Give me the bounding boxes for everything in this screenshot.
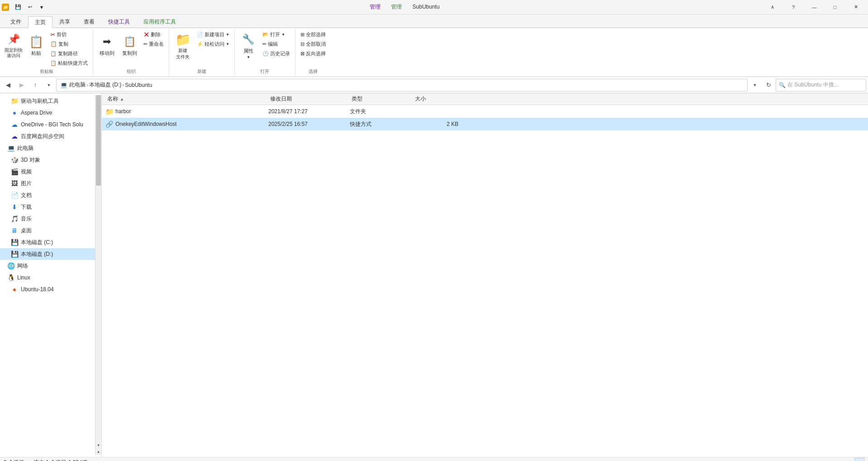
col-header-size[interactable]: 大小 (413, 93, 458, 105)
properties-btn[interactable]: 🔧 属性 ▼ (238, 30, 259, 62)
sidebar-item-baidu[interactable]: ☁ 百度网盘同步空间 (0, 130, 95, 142)
sidebar-scrollbar[interactable]: ▼ ▲ (95, 95, 101, 455)
close-btn[interactable]: ✕ (845, 0, 866, 14)
easy-access-label: 轻松访问 (205, 41, 224, 48)
file-row-onekey[interactable]: 🔗 OnekeyEditWindowsHost 2025/2/25 16:57 … (102, 118, 868, 130)
sidebar-item-pictures[interactable]: 🖼 图片 (0, 178, 95, 189)
sidebar-item-ubuntu[interactable]: ● Ubuntu-18.04 (0, 283, 95, 295)
sidebar-item-driver-tools[interactable]: 📁 驱动与刷机工具 (0, 95, 95, 107)
app-icon: 📁 (2, 4, 9, 11)
paste-btn[interactable]: 📋 粘贴 (25, 30, 47, 59)
new-folder-btn[interactable]: 📁 新建文件夹 (172, 30, 194, 62)
copy-to-btn[interactable]: 📋 复制到 (119, 30, 140, 59)
history-icon: 🕐 (262, 51, 269, 57)
ribbon-group-open: 🔧 属性 ▼ 📂 打开 ▼ ✏ 编辑 🕐 历史记录 打 (235, 29, 296, 76)
sidebar-item-aspera[interactable]: ● Aspera Drive (0, 107, 95, 119)
sidebar-item-onedrive[interactable]: ☁ OneDrive - BGI Tech Solu (0, 119, 95, 130)
cut-btn[interactable]: ✂ 剪切 (48, 30, 90, 39)
select-none-btn[interactable]: ⊟ 全部取消 (298, 39, 328, 48)
search-bar[interactable]: 🔍 在 SubUbuntu 中搜... (776, 79, 866, 91)
pin-btn[interactable]: 📌 固定到快速访问 (3, 30, 24, 61)
tab-file[interactable]: 文件 (4, 16, 28, 28)
up-btn[interactable]: ↑ (29, 79, 42, 91)
ribbon-group-organize: ➡ 移动到 📋 复制到 ✕ 删除 ✏ 重命名 组织 (93, 29, 169, 76)
minimize-btn[interactable]: — (804, 0, 825, 14)
file-date-harbor: 2021/8/27 17:27 (268, 108, 350, 115)
recent-locations-btn[interactable]: ▼ (43, 79, 55, 91)
copy-btn[interactable]: 📋 复制 (48, 39, 90, 48)
breadcrumb-computer[interactable]: 此电脑 (69, 81, 86, 89)
history-btn[interactable]: 🕐 历史记录 (260, 49, 292, 58)
sidebar-item-label: 下载 (21, 203, 32, 211)
col-date-label: 修改日期 (270, 95, 292, 103)
large-icons-view-btn[interactable]: ⊞ (854, 458, 864, 461)
breadcrumb-drive[interactable]: 本地磁盘 (D:) (89, 81, 121, 89)
tab-home[interactable]: 主页 (28, 16, 52, 28)
file-row-harbor[interactable]: 📁 harbor 2021/8/27 17:27 文件夹 (102, 105, 868, 118)
sidebar-item-drive-d[interactable]: 💾 本地磁盘 (D:) (0, 248, 95, 260)
scroll-down-btn[interactable]: ▼ (96, 442, 101, 449)
select-all-label: 全部选择 (306, 31, 326, 38)
invert-selection-btn[interactable]: ⊠ 反向选择 (298, 49, 328, 58)
tab-quick-tools[interactable]: 快捷工具 (101, 16, 137, 28)
move-to-btn[interactable]: ➡ 移动到 (96, 30, 118, 59)
tab-share[interactable]: 共享 (52, 16, 77, 28)
copy-path-icon: 📋 (50, 51, 57, 57)
delete-icon: ✕ (143, 30, 149, 39)
col-header-date[interactable]: 修改日期 (268, 93, 350, 105)
details-view-btn[interactable]: ≡ (843, 458, 853, 461)
copy-to-icon: 📋 (122, 34, 137, 49)
sidebar-item-docs[interactable]: 📄 文档 (0, 189, 95, 201)
file-name-text: harbor (115, 108, 131, 115)
sidebar-item-video[interactable]: 🎬 视频 (0, 166, 95, 178)
scrollbar-thumb[interactable] (96, 95, 101, 186)
sidebar-item-desktop[interactable]: 🖥 桌面 (0, 225, 95, 236)
sidebar-item-3d[interactable]: 🎲 3D 对象 (0, 154, 95, 166)
address-dropdown-btn[interactable]: ▼ (749, 79, 761, 91)
qat-dropdown-btn[interactable]: ▼ (36, 2, 47, 13)
sidebar-item-music[interactable]: 🎵 音乐 (0, 213, 95, 225)
file-size-onekey: 2 KB (413, 121, 458, 127)
maximize-btn[interactable]: □ (825, 0, 845, 14)
sidebar-item-this-pc[interactable]: 💻 此电脑 (0, 142, 95, 154)
col-header-type[interactable]: 类型 (350, 93, 413, 105)
open-btn[interactable]: 📂 打开 ▼ (260, 30, 292, 39)
breadcrumb-folder[interactable]: SubUbuntu (125, 82, 152, 88)
tab-app-tools[interactable]: 应用程序工具 (137, 16, 183, 28)
sidebar-item-network[interactable]: 🌐 网络 (0, 260, 95, 272)
new-item-label: 新建项目 (205, 31, 224, 38)
address-bar[interactable]: 💻 此电脑 › 本地磁盘 (D:) › SubUbuntu (56, 79, 748, 91)
edit-btn[interactable]: ✏ 编辑 (260, 39, 292, 48)
copy-path-btn[interactable]: 📋 复制路径 (48, 49, 90, 58)
qat-undo-btn[interactable]: ↩ (24, 2, 35, 13)
sidebar-item-drive-c[interactable]: 💾 本地磁盘 (C:) (0, 236, 95, 248)
file-type-harbor: 文件夹 (350, 108, 413, 115)
tab-view[interactable]: 查看 (77, 16, 101, 28)
aspera-icon: ● (11, 109, 18, 116)
file-date-onekey: 2025/2/25 16:57 (268, 121, 350, 127)
paste-shortcut-btn[interactable]: 📋 粘贴快捷方式 (48, 58, 90, 67)
title-bar-left: 📁 💾 ↩ ▼ (2, 2, 47, 13)
delete-btn[interactable]: ✕ 删除 (141, 30, 166, 39)
qat-save-btn[interactable]: 💾 (13, 2, 24, 13)
rename-btn[interactable]: ✏ 重命名 (141, 39, 166, 48)
ribbon-group-clipboard: 📌 固定到快速访问 📋 粘贴 ✂ 剪切 📋 复制 📋 (0, 29, 93, 76)
easy-access-btn[interactable]: ⚡ 轻松访问 ▼ (195, 39, 232, 48)
help-btn[interactable]: ? (783, 0, 804, 14)
new-folder-label: 新建文件夹 (176, 48, 190, 60)
select-none-icon: ⊟ (300, 41, 305, 47)
docs-icon: 📄 (11, 192, 18, 199)
select-all-btn[interactable]: ⊞ 全部选择 (298, 30, 328, 39)
refresh-btn[interactable]: ↻ (762, 79, 775, 91)
forward-btn[interactable]: ▶ (15, 79, 28, 91)
folder-icon: 📁 (105, 108, 113, 115)
move-label: 移动到 (100, 50, 114, 57)
sidebar-item-linux[interactable]: 🐧 Linux (0, 272, 95, 283)
scroll-up-btn[interactable]: ▲ (96, 449, 101, 455)
back-btn[interactable]: ◀ (2, 79, 14, 91)
ribbon-collapse-btn[interactable]: ∧ (762, 0, 783, 14)
select-none-label: 全部取消 (306, 41, 326, 48)
col-header-name[interactable]: 名称 ▲ (105, 93, 268, 105)
new-item-btn[interactable]: 📄 新建项目 ▼ (195, 30, 232, 39)
sidebar-item-downloads[interactable]: ⬇ 下载 (0, 201, 95, 213)
